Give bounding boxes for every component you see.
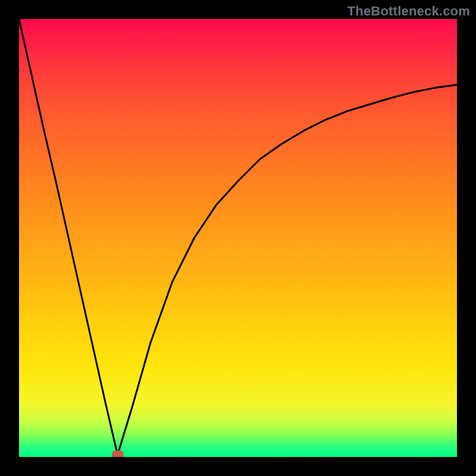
- background-gradient: [19, 19, 457, 457]
- chart-frame: TheBottleneck.com: [0, 0, 476, 476]
- plot-area: [19, 19, 457, 457]
- watermark-text: TheBottleneck.com: [347, 4, 470, 19]
